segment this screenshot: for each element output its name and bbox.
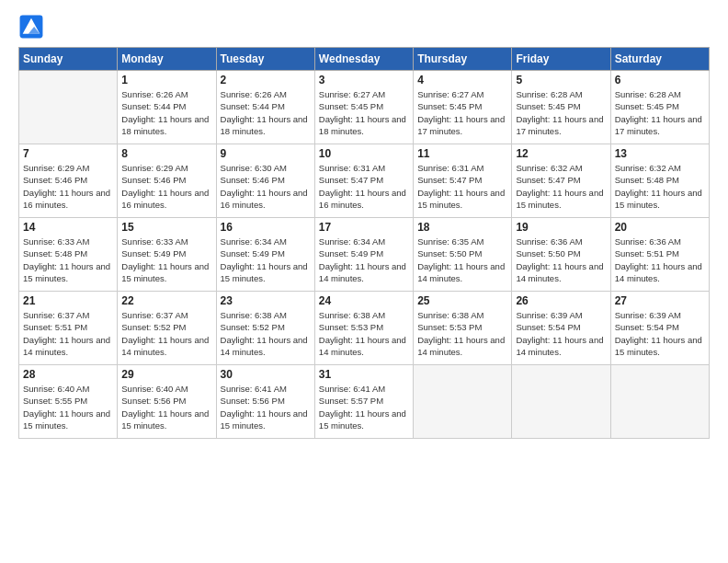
day-number: 24 — [319, 294, 409, 307]
day-number: 15 — [121, 221, 211, 234]
calendar-cell: 4Sunrise: 6:27 AMSunset: 5:45 PMDaylight… — [414, 71, 512, 144]
cell-text: Sunrise: 6:32 AMSunset: 5:48 PMDaylight:… — [615, 162, 705, 211]
calendar-cell — [512, 365, 610, 439]
day-number: 27 — [615, 294, 705, 307]
day-number: 30 — [221, 368, 311, 381]
cell-text: Sunrise: 6:37 AMSunset: 5:52 PMDaylight:… — [121, 309, 211, 358]
cell-text: Sunrise: 6:28 AMSunset: 5:45 PMDaylight:… — [615, 88, 705, 137]
calendar-cell: 11Sunrise: 6:31 AMSunset: 5:47 PMDayligh… — [414, 144, 512, 218]
day-number: 8 — [121, 147, 211, 160]
day-number: 10 — [319, 147, 409, 160]
day-number: 21 — [23, 294, 113, 307]
cell-text: Sunrise: 6:32 AMSunset: 5:47 PMDaylight:… — [516, 162, 606, 211]
cell-text: Sunrise: 6:36 AMSunset: 5:50 PMDaylight:… — [516, 236, 606, 284]
day-header: Monday — [118, 48, 216, 71]
calendar-cell: 5Sunrise: 6:28 AMSunset: 5:45 PMDaylight… — [512, 71, 610, 144]
cell-text: Sunrise: 6:26 AMSunset: 5:44 PMDaylight:… — [221, 88, 311, 137]
day-number: 22 — [121, 294, 211, 307]
day-header: Tuesday — [216, 48, 314, 71]
day-number: 3 — [319, 74, 409, 86]
cell-text: Sunrise: 6:27 AMSunset: 5:45 PMDaylight:… — [319, 88, 409, 137]
calendar-cell: 30Sunrise: 6:41 AMSunset: 5:56 PMDayligh… — [216, 365, 314, 439]
calendar-cell — [414, 365, 512, 439]
cell-text: Sunrise: 6:40 AMSunset: 5:55 PMDaylight:… — [23, 383, 113, 431]
day-number: 1 — [121, 74, 211, 86]
cell-text: Sunrise: 6:41 AMSunset: 5:57 PMDaylight:… — [319, 383, 409, 431]
calendar-cell: 3Sunrise: 6:27 AMSunset: 5:45 PMDaylight… — [314, 71, 413, 144]
day-header: Wednesday — [314, 48, 413, 71]
calendar-cell: 24Sunrise: 6:38 AMSunset: 5:53 PMDayligh… — [314, 292, 413, 365]
calendar-week-row: 28Sunrise: 6:40 AMSunset: 5:55 PMDayligh… — [19, 365, 710, 439]
day-number: 18 — [417, 221, 507, 234]
calendar-cell: 26Sunrise: 6:39 AMSunset: 5:54 PMDayligh… — [512, 292, 610, 365]
calendar-cell: 6Sunrise: 6:28 AMSunset: 5:45 PMDaylight… — [610, 71, 709, 144]
cell-text: Sunrise: 6:31 AMSunset: 5:47 PMDaylight:… — [417, 162, 507, 211]
day-header: Saturday — [610, 48, 709, 71]
day-number: 11 — [417, 147, 507, 160]
day-number: 7 — [23, 147, 113, 160]
day-number: 6 — [615, 74, 705, 86]
day-header: Friday — [512, 48, 610, 71]
calendar-cell: 28Sunrise: 6:40 AMSunset: 5:55 PMDayligh… — [19, 365, 118, 439]
cell-text: Sunrise: 6:38 AMSunset: 5:53 PMDaylight:… — [417, 309, 507, 358]
calendar-cell: 15Sunrise: 6:33 AMSunset: 5:49 PMDayligh… — [118, 218, 216, 292]
day-number: 4 — [417, 74, 507, 86]
logo — [18, 14, 48, 40]
cell-text: Sunrise: 6:37 AMSunset: 5:51 PMDaylight:… — [23, 309, 113, 358]
cell-text: Sunrise: 6:29 AMSunset: 5:46 PMDaylight:… — [23, 162, 113, 211]
calendar-cell: 25Sunrise: 6:38 AMSunset: 5:53 PMDayligh… — [414, 292, 512, 365]
calendar-week-row: 1Sunrise: 6:26 AMSunset: 5:44 PMDaylight… — [19, 71, 710, 144]
day-number: 12 — [516, 147, 606, 160]
day-number: 5 — [516, 74, 606, 86]
calendar-header-row: SundayMondayTuesdayWednesdayThursdayFrid… — [19, 48, 710, 71]
day-number: 23 — [221, 294, 311, 307]
day-number: 19 — [516, 221, 606, 234]
calendar-cell: 10Sunrise: 6:31 AMSunset: 5:47 PMDayligh… — [314, 144, 413, 218]
day-number: 14 — [23, 221, 113, 234]
day-number: 31 — [319, 368, 409, 381]
cell-text: Sunrise: 6:39 AMSunset: 5:54 PMDaylight:… — [615, 309, 705, 358]
cell-text: Sunrise: 6:38 AMSunset: 5:52 PMDaylight:… — [221, 309, 311, 358]
calendar-cell: 29Sunrise: 6:40 AMSunset: 5:56 PMDayligh… — [118, 365, 216, 439]
calendar-cell: 2Sunrise: 6:26 AMSunset: 5:44 PMDaylight… — [216, 71, 314, 144]
cell-text: Sunrise: 6:29 AMSunset: 5:46 PMDaylight:… — [121, 162, 211, 211]
calendar-cell: 20Sunrise: 6:36 AMSunset: 5:51 PMDayligh… — [610, 218, 709, 292]
day-header: Thursday — [414, 48, 512, 71]
calendar-cell — [19, 71, 118, 144]
calendar-cell: 21Sunrise: 6:37 AMSunset: 5:51 PMDayligh… — [19, 292, 118, 365]
day-header: Sunday — [19, 48, 118, 71]
calendar-week-row: 21Sunrise: 6:37 AMSunset: 5:51 PMDayligh… — [19, 292, 710, 365]
calendar-cell: 9Sunrise: 6:30 AMSunset: 5:46 PMDaylight… — [216, 144, 314, 218]
calendar-cell: 19Sunrise: 6:36 AMSunset: 5:50 PMDayligh… — [512, 218, 610, 292]
calendar-cell: 7Sunrise: 6:29 AMSunset: 5:46 PMDaylight… — [19, 144, 118, 218]
cell-text: Sunrise: 6:30 AMSunset: 5:46 PMDaylight:… — [221, 162, 311, 211]
day-number: 13 — [615, 147, 705, 160]
day-number: 25 — [417, 294, 507, 307]
calendar-cell: 8Sunrise: 6:29 AMSunset: 5:46 PMDaylight… — [118, 144, 216, 218]
cell-text: Sunrise: 6:27 AMSunset: 5:45 PMDaylight:… — [417, 88, 507, 137]
calendar-cell — [610, 365, 709, 439]
calendar-cell: 17Sunrise: 6:34 AMSunset: 5:49 PMDayligh… — [314, 218, 413, 292]
logo-icon — [18, 14, 44, 40]
day-number: 28 — [23, 368, 113, 381]
cell-text: Sunrise: 6:38 AMSunset: 5:53 PMDaylight:… — [319, 309, 409, 358]
cell-text: Sunrise: 6:36 AMSunset: 5:51 PMDaylight:… — [615, 236, 705, 284]
cell-text: Sunrise: 6:31 AMSunset: 5:47 PMDaylight:… — [319, 162, 409, 211]
header — [18, 14, 710, 40]
day-number: 20 — [615, 221, 705, 234]
page: SundayMondayTuesdayWednesdayThursdayFrid… — [0, 0, 728, 563]
cell-text: Sunrise: 6:41 AMSunset: 5:56 PMDaylight:… — [221, 383, 311, 431]
cell-text: Sunrise: 6:39 AMSunset: 5:54 PMDaylight:… — [516, 309, 606, 358]
calendar-week-row: 14Sunrise: 6:33 AMSunset: 5:48 PMDayligh… — [19, 218, 710, 292]
calendar-cell: 27Sunrise: 6:39 AMSunset: 5:54 PMDayligh… — [610, 292, 709, 365]
calendar-cell: 14Sunrise: 6:33 AMSunset: 5:48 PMDayligh… — [19, 218, 118, 292]
calendar-cell: 12Sunrise: 6:32 AMSunset: 5:47 PMDayligh… — [512, 144, 610, 218]
cell-text: Sunrise: 6:33 AMSunset: 5:49 PMDaylight:… — [121, 236, 211, 284]
day-number: 9 — [221, 147, 311, 160]
calendar-cell: 18Sunrise: 6:35 AMSunset: 5:50 PMDayligh… — [414, 218, 512, 292]
calendar-cell: 31Sunrise: 6:41 AMSunset: 5:57 PMDayligh… — [314, 365, 413, 439]
cell-text: Sunrise: 6:34 AMSunset: 5:49 PMDaylight:… — [221, 236, 311, 284]
day-number: 16 — [221, 221, 311, 234]
calendar-cell: 22Sunrise: 6:37 AMSunset: 5:52 PMDayligh… — [118, 292, 216, 365]
calendar-week-row: 7Sunrise: 6:29 AMSunset: 5:46 PMDaylight… — [19, 144, 710, 218]
